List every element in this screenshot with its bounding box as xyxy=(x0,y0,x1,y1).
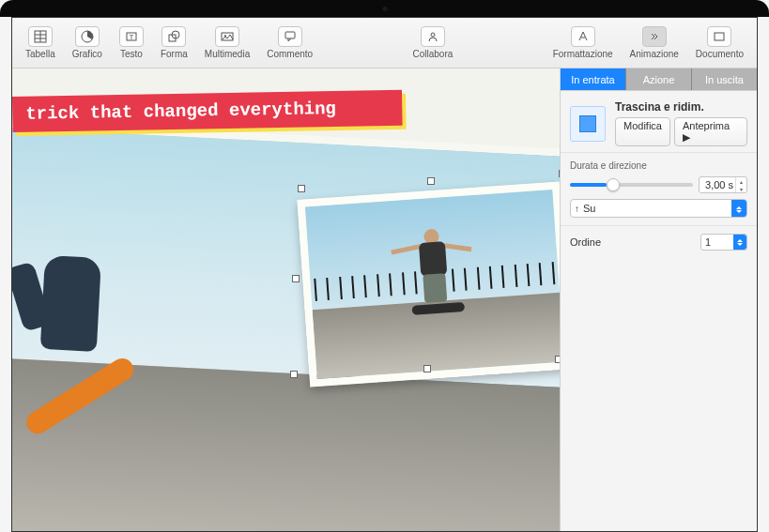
duration-slider[interactable] xyxy=(570,183,693,187)
selection-handle[interactable] xyxy=(298,185,305,192)
chevron-updown-icon xyxy=(731,200,746,217)
selection-handle[interactable] xyxy=(423,365,431,372)
inset-photo-selected[interactable] xyxy=(297,181,560,387)
chevron-updown-icon xyxy=(733,235,746,250)
effect-header: Trascina e ridim. Modifica Anteprima ▶ xyxy=(561,91,757,152)
toolbar-tabella[interactable]: Tabella xyxy=(20,24,61,61)
direction-dropdown[interactable]: ↑ Su xyxy=(570,199,747,218)
duration-section: Durata e direzione 3,00 s ▴▾ ↑ Su xyxy=(561,152,757,225)
toolbar-animazione[interactable]: Animazione xyxy=(624,24,684,61)
tab-in-entrata[interactable]: In entrata xyxy=(561,68,625,90)
main-area: trick that changed everything xyxy=(12,68,757,531)
arrow-up-icon: ↑ xyxy=(575,204,579,214)
tab-azione[interactable]: Azione xyxy=(625,68,691,90)
order-label: Ordine xyxy=(570,236,601,248)
toolbar-formattazione[interactable]: Formattazione xyxy=(547,24,619,61)
text-icon: T xyxy=(119,26,144,47)
duration-field[interactable]: 3,00 s ▴▾ xyxy=(699,176,747,193)
table-icon xyxy=(28,26,53,47)
collaborate-icon xyxy=(421,26,445,47)
slide: trick that changed everything xyxy=(12,68,560,531)
duration-label: Durata e direzione xyxy=(570,160,747,171)
toolbar-grafico[interactable]: Grafico xyxy=(67,24,108,61)
toolbar-collabora[interactable]: Collabora xyxy=(407,24,458,61)
svg-text:T: T xyxy=(129,33,133,41)
svg-point-12 xyxy=(431,33,435,37)
selection-handle[interactable] xyxy=(292,275,300,282)
modify-button[interactable]: Modifica xyxy=(615,117,670,146)
comment-icon xyxy=(278,26,302,47)
document-icon xyxy=(707,26,731,47)
effect-thumbnail xyxy=(570,106,606,142)
toolbar-commento[interactable]: Commento xyxy=(261,24,318,61)
selection-handle[interactable] xyxy=(559,170,560,177)
order-section: Ordine 1 xyxy=(561,225,757,258)
toolbar-testo[interactable]: T Testo xyxy=(114,24,149,61)
toolbar-multimedia[interactable]: Multimedia xyxy=(199,24,255,61)
duration-stepper[interactable]: ▴▾ xyxy=(735,177,746,192)
svg-rect-13 xyxy=(715,33,724,40)
svg-rect-11 xyxy=(285,32,295,38)
toolbar-forma[interactable]: Forma xyxy=(155,24,193,61)
toolbar: Tabella Grafico T Testo Forma Multimedia xyxy=(12,18,757,68)
order-dropdown[interactable]: 1 xyxy=(700,234,747,251)
slide-canvas[interactable]: trick that changed everything xyxy=(12,68,560,531)
slide-title[interactable]: trick that changed everything xyxy=(12,90,403,132)
animation-icon xyxy=(642,26,667,47)
selection-handle[interactable] xyxy=(427,177,435,185)
slider-knob[interactable] xyxy=(607,178,620,191)
selection-handle[interactable] xyxy=(290,371,298,378)
inspector-panel: In entrata Azione In uscita Trascina e r… xyxy=(560,68,757,531)
slide-title-text: trick that changed everything xyxy=(25,99,336,125)
tab-in-uscita[interactable]: In uscita xyxy=(691,68,757,90)
chart-icon xyxy=(75,26,100,47)
media-icon xyxy=(215,26,239,47)
toolbar-documento[interactable]: Documento xyxy=(690,24,749,61)
shape-icon xyxy=(161,26,186,47)
preview-button[interactable]: Anteprima ▶ xyxy=(674,117,747,146)
selection-handle[interactable] xyxy=(555,356,560,363)
inspector-tabs: In entrata Azione In uscita xyxy=(561,68,757,91)
effect-title: Trascina e ridim. xyxy=(615,100,747,114)
format-icon xyxy=(571,26,595,47)
